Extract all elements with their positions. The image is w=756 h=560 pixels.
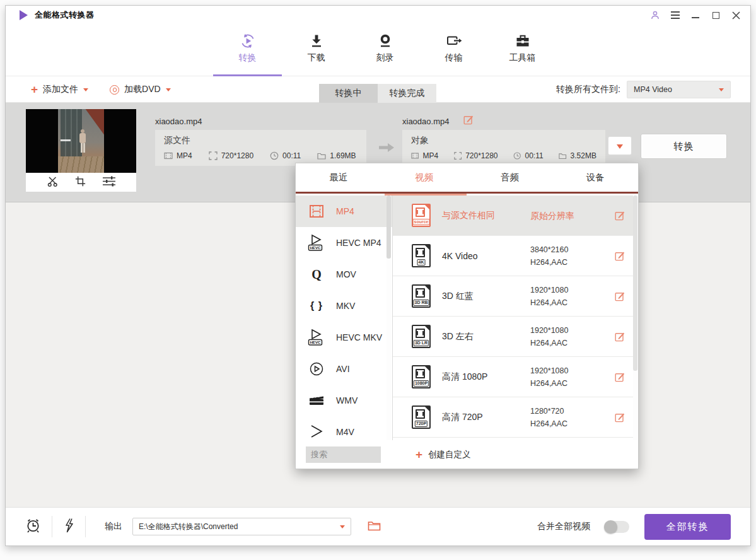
toggle-knob	[604, 520, 617, 534]
divider	[52, 516, 52, 537]
preset-3d-left-right[interactable]: 3D LR 3D 左右 1920*1080 H264,AAC	[393, 317, 634, 357]
target-size: 3.52MB	[571, 151, 596, 160]
format-item-mkv[interactable]: { } MKV	[296, 290, 392, 322]
video-format-icon	[411, 151, 419, 160]
app-title: 全能格式转换器	[35, 9, 95, 21]
target-info-panel: 对象 MP4 720*1280 00:11 3.52MB	[402, 130, 605, 166]
popup-tab-audio[interactable]: 音频	[467, 163, 553, 192]
convert-all-button[interactable]: 全部转换	[644, 514, 731, 540]
edit-preset-icon[interactable]	[615, 250, 625, 261]
effects-sliders-icon[interactable]	[102, 176, 116, 189]
preset-3d-red-blue[interactable]: 3D RB 3D 红蓝 1920*1080 H264,AAC	[393, 276, 634, 317]
format-item-hevc-mkv[interactable]: HEVC HEVC MKV	[296, 322, 392, 353]
preset-resolution: 1920*1080	[530, 365, 615, 377]
popup-active-tab-underline	[385, 194, 467, 195]
output-path-select[interactable]: E:\全能格式转换器\Converted	[132, 518, 351, 535]
edit-preset-icon[interactable]	[615, 291, 625, 301]
minimize-button[interactable]	[690, 9, 701, 21]
create-custom-label: 创建自定义	[428, 449, 471, 460]
divider	[85, 516, 86, 537]
mp4-filmstrip-icon	[306, 202, 327, 221]
edit-preset-icon[interactable]	[615, 210, 625, 221]
clapperboard-icon	[306, 391, 327, 410]
main-nav: 转换 下载 刻录	[6, 25, 750, 76]
tab-convert[interactable]: 转换	[213, 25, 282, 76]
video-thumbnail	[26, 109, 136, 192]
close-button[interactable]	[730, 9, 741, 21]
file-size-folder-icon	[559, 151, 566, 160]
rename-target-icon[interactable]	[463, 114, 474, 125]
convert-button[interactable]: 转换	[641, 134, 727, 159]
4k-preset-file-icon: 4K	[412, 244, 431, 267]
preset-codec: H264,AAC	[530, 377, 615, 390]
format-item-hevc-mp4[interactable]: HEVC HEVC MP4	[296, 227, 392, 259]
edit-preset-icon[interactable]	[615, 331, 625, 342]
hevc-play-icon: HEVC	[306, 233, 327, 252]
schedule-alarm-icon[interactable]	[25, 517, 42, 537]
edit-preset-icon[interactable]	[615, 371, 625, 382]
tab-converting[interactable]: 转换中	[319, 84, 378, 103]
create-custom-button[interactable]: + 创建自定义	[416, 449, 471, 460]
resolution-icon	[209, 151, 218, 160]
format-item-mov[interactable]: Q MOV	[296, 259, 392, 290]
popup-tab-recent[interactable]: 最近	[296, 163, 381, 192]
load-dvd-label: 加载DVD	[124, 84, 161, 95]
tab-burn[interactable]: 刻录	[351, 25, 419, 76]
preset-list: source 与源文件相同 原始分辨率 4K 4K Video 3840*216…	[393, 195, 634, 441]
preset-resolution: 1280*720	[530, 405, 615, 417]
popup-tab-device[interactable]: 设备	[552, 163, 638, 192]
format-item-avi[interactable]: AVI	[296, 353, 392, 385]
trim-icon[interactable]	[47, 175, 59, 190]
video-format-icon	[164, 151, 173, 160]
popup-tab-video[interactable]: 视频	[381, 163, 467, 192]
search-input[interactable]	[306, 446, 381, 463]
duration-clock-icon	[270, 151, 279, 160]
popup-tabs: 最近 视频 音频 设备	[296, 163, 638, 194]
preset-hd-1080p[interactable]: 1080P 高清 1080P 1920*1080 H264,AAC	[393, 357, 634, 397]
menu-icon[interactable]	[670, 9, 681, 21]
format-list-scrollbar[interactable]	[387, 195, 391, 441]
3d-rb-preset-file-icon: 3D RB	[412, 284, 431, 308]
preset-name: 高清 1080P	[442, 371, 530, 383]
source-duration: 00:11	[282, 151, 301, 160]
preset-same-as-source[interactable]: source 与源文件相同 原始分辨率	[393, 195, 634, 236]
toolbar: + 添加文件 加载DVD 转换中 转换完成 转换所有文件到: MP4 Video	[6, 76, 750, 103]
tab-download[interactable]: 下载	[282, 25, 351, 76]
edit-preset-icon[interactable]	[615, 412, 625, 423]
user-account-icon[interactable]	[649, 9, 661, 21]
source-format: MP4	[177, 151, 192, 160]
app-logo-icon	[20, 10, 28, 20]
crop-icon[interactable]	[75, 176, 86, 189]
merge-videos-toggle[interactable]	[604, 521, 629, 533]
tab-burn-label: 刻录	[376, 52, 394, 64]
preset-resolution: 3840*2160	[530, 243, 615, 256]
add-file-button[interactable]: + 添加文件	[31, 84, 88, 95]
preset-4k-video[interactable]: 4K 4K Video 3840*2160 H264,AAC	[393, 236, 634, 276]
tab-toolbox-label: 工具箱	[509, 52, 536, 64]
format-item-wmv[interactable]: WMV	[296, 385, 392, 416]
output-format-select[interactable]: MP4 Video	[627, 81, 731, 98]
format-item-m4v[interactable]: M4V	[296, 416, 392, 441]
tab-transfer[interactable]: 传输	[419, 25, 488, 76]
preset-hd-720p[interactable]: 720P 高清 720P 1280*720 H264,AAC	[393, 397, 634, 438]
preset-name: 高清 720P	[442, 412, 530, 423]
source-resolution: 720*1280	[221, 151, 253, 160]
format-item-mp4[interactable]: MP4	[296, 195, 392, 227]
target-format: MP4	[422, 151, 438, 160]
preset-list-scrollbar[interactable]	[633, 195, 637, 441]
tab-toolbox[interactable]: 工具箱	[488, 25, 557, 76]
format-label: MP4	[336, 206, 354, 216]
target-panel-title: 对象	[411, 135, 596, 146]
file-size-folder-icon	[317, 151, 326, 160]
target-format-dropdown-button[interactable]	[608, 136, 632, 155]
source-file-name: xiaodao.mp4	[155, 117, 202, 126]
tab-convert-finished[interactable]: 转换完成	[378, 84, 436, 103]
target-duration: 00:11	[525, 151, 544, 160]
toolbox-icon	[515, 33, 531, 49]
open-folder-icon[interactable]	[368, 520, 381, 534]
preset-resolution: 1920*1080	[530, 324, 615, 337]
maximize-button[interactable]	[710, 9, 721, 21]
high-speed-bolt-icon[interactable]	[62, 518, 75, 535]
chevron-down-icon	[719, 88, 724, 94]
load-dvd-button[interactable]: 加载DVD	[110, 84, 171, 95]
